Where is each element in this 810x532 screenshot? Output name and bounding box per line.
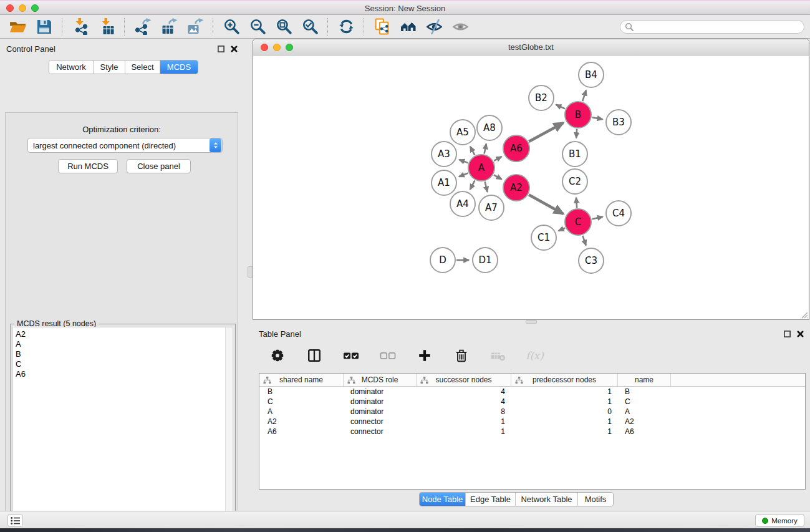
graph-edge-A-A8[interactable] [485, 144, 486, 154]
import-network-button[interactable] [70, 17, 91, 37]
scrollbar-track[interactable] [225, 327, 233, 532]
graph-edge-A-A3[interactable] [459, 160, 468, 163]
zoom-in-button[interactable] [221, 17, 242, 37]
table-cell[interactable]: A6 [259, 427, 344, 436]
graph-edge-A-A4[interactable] [470, 180, 475, 190]
column-header-name[interactable]: name [618, 374, 671, 386]
graph-edge-A2-C[interactable] [529, 195, 563, 214]
table-cell[interactable]: 1 [511, 397, 618, 406]
table-cell[interactable]: 4 [417, 397, 511, 406]
open-session-button[interactable] [7, 17, 29, 37]
zoom-selected-button[interactable] [299, 17, 321, 37]
column-header-shared-name[interactable]: shared name [259, 374, 344, 386]
graph-node-A6[interactable]: A6 [503, 135, 529, 162]
table-cell[interactable]: dominator [344, 387, 417, 396]
export-table-button[interactable] [158, 17, 180, 37]
table-cell[interactable]: connector [344, 417, 417, 426]
table-float-button[interactable] [783, 329, 792, 339]
table-cell[interactable]: 1 [417, 417, 511, 426]
graph-edge-C-C4[interactable] [592, 217, 603, 220]
table-row[interactable]: Cdominator41C [259, 397, 805, 407]
homes-button[interactable] [398, 17, 419, 37]
tab-style[interactable]: Style [94, 60, 125, 74]
graph-node-B2[interactable]: B2 [529, 85, 554, 110]
table-cell[interactable]: dominator [344, 397, 417, 406]
graph-edge-B-B1[interactable] [576, 129, 577, 138]
table-tab-node-table[interactable]: Node Table [420, 493, 466, 506]
graph-node-A3[interactable]: A3 [432, 142, 456, 167]
graph-node-A7[interactable]: A7 [479, 195, 504, 220]
delete-button[interactable] [451, 346, 472, 365]
network-from-file-button[interactable] [372, 17, 393, 37]
graph-edge-C-C3[interactable] [582, 236, 586, 246]
zoom-fit-button[interactable] [273, 17, 294, 37]
graph-edge-C-C2[interactable] [576, 198, 577, 208]
table-cell[interactable]: C [259, 397, 344, 406]
graph-node-D1[interactable]: D1 [473, 248, 498, 273]
graph-node-C1[interactable]: C1 [531, 225, 556, 250]
export-image-button[interactable] [185, 17, 206, 37]
graph-node-C4[interactable]: C4 [606, 201, 631, 226]
zoom-out-button[interactable] [247, 17, 268, 37]
run-mcds-button[interactable]: Run MCDS [58, 159, 118, 173]
graph-edge-B-B4[interactable] [582, 90, 586, 101]
graph-edge-B-B3[interactable] [592, 117, 603, 119]
table-cell[interactable]: B [618, 387, 671, 396]
table-tab-edge-table[interactable]: Edge Table [466, 493, 516, 506]
graph-node-A1[interactable]: A1 [432, 170, 456, 195]
table-columns-button[interactable] [304, 346, 325, 365]
graph-node-A5[interactable]: A5 [450, 120, 475, 145]
import-table-button[interactable] [96, 17, 117, 37]
show-all-button[interactable] [450, 17, 471, 37]
mcds-result-item[interactable]: B [13, 349, 233, 359]
graph-edge-A-A1[interactable] [459, 173, 468, 177]
table-cell[interactable]: 1 [511, 387, 618, 396]
tab-select[interactable]: Select [125, 60, 160, 74]
close-panel-button[interactable] [229, 44, 239, 54]
table-cell[interactable]: connector [344, 427, 417, 436]
table-cell[interactable]: 1 [417, 427, 511, 436]
graph-edge-A-A7[interactable] [485, 181, 488, 192]
resize-grip-icon[interactable] [799, 310, 808, 319]
save-session-button[interactable] [34, 17, 55, 37]
graph-edge-C-C1[interactable] [559, 228, 565, 231]
select-all-button[interactable] [340, 346, 362, 365]
table-row[interactable]: A2connector11A2 [259, 417, 805, 427]
criterion-dropdown[interactable]: largest connected component (directed) [27, 138, 223, 153]
table-cell[interactable]: 4 [417, 387, 511, 396]
mcds-result-item[interactable]: A2 [13, 329, 233, 339]
graph-node-C[interactable]: C [565, 209, 591, 235]
graph-edge-B-B2[interactable] [556, 105, 566, 109]
graph-node-B4[interactable]: B4 [579, 62, 604, 87]
table-cell[interactable]: 1 [511, 417, 618, 426]
network-window-titlebar[interactable]: testGlobe.txt [253, 39, 809, 56]
column-header-predecessor-nodes[interactable]: predecessor nodes [511, 374, 618, 386]
table-cell[interactable]: 1 [511, 427, 618, 436]
search-input[interactable] [636, 22, 804, 32]
column-header-MCDS-role[interactable]: MCDS role [344, 374, 417, 386]
task-history-button[interactable] [7, 514, 23, 527]
table-row[interactable]: Bdominator41B [259, 387, 805, 397]
table-cell[interactable]: A [259, 407, 344, 416]
table-cell[interactable]: 0 [511, 407, 618, 416]
table-row[interactable]: Adominator80A [259, 407, 805, 417]
graph-edge-A-A5[interactable] [470, 147, 475, 155]
table-cell[interactable]: A [618, 407, 671, 416]
graph-edge-A-A6[interactable] [494, 157, 501, 161]
table-cell[interactable]: B [259, 387, 344, 396]
float-panel-button[interactable] [216, 44, 226, 54]
graph-node-A8[interactable]: A8 [477, 115, 502, 140]
close-panel-bottom-button[interactable]: Close panel [127, 159, 191, 173]
network-canvas[interactable]: AA1A2A3A4A5A6A7A8BB1B2B3B4CC1C2C3C4DD1 [253, 56, 809, 319]
graph-node-B3[interactable]: B3 [606, 110, 631, 135]
table-cell[interactable]: A6 [618, 427, 671, 436]
tab-network[interactable]: Network [49, 60, 94, 74]
graph-node-D[interactable]: D [430, 248, 455, 273]
graph-node-B[interactable]: B [565, 102, 591, 128]
graph-edge-A-A2[interactable] [494, 175, 502, 179]
graph-node-A4[interactable]: A4 [450, 191, 475, 216]
refresh-button[interactable] [335, 17, 357, 37]
add-button[interactable] [414, 346, 435, 365]
table-settings-button[interactable] [267, 346, 288, 365]
export-network-button[interactable] [132, 17, 153, 37]
